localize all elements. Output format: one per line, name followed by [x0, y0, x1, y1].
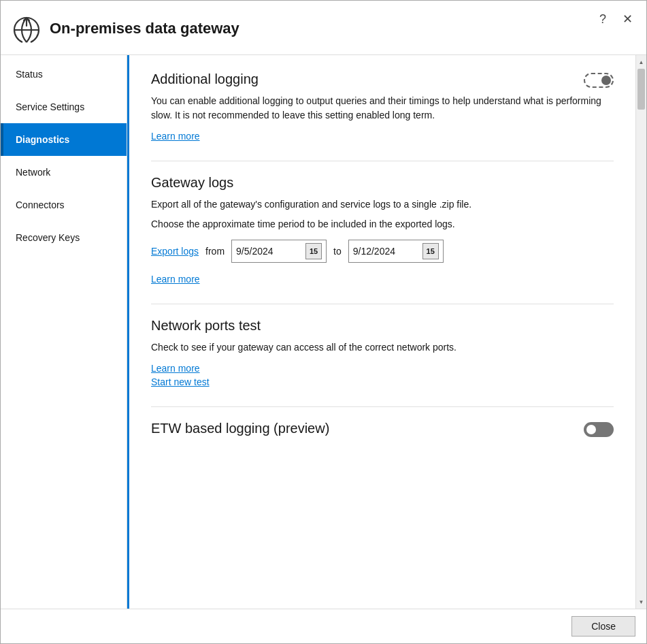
- network-ports-test-desc: Check to see if your gateway can access …: [151, 340, 614, 355]
- scroll-up-arrow[interactable]: ▲: [636, 57, 647, 67]
- from-label: from: [205, 246, 225, 257]
- export-logs-link[interactable]: Export logs: [151, 246, 199, 257]
- additional-logging-desc: You can enable additional logging to out…: [151, 94, 614, 123]
- title-left: On-premises data gateway: [12, 14, 239, 44]
- to-date-value: 9/12/2024: [353, 246, 420, 257]
- from-calendar-icon[interactable]: 15: [305, 243, 322, 259]
- start-new-test-link[interactable]: Start new test: [151, 376, 210, 387]
- sidebar-item-status[interactable]: Status: [1, 58, 127, 91]
- etw-logging-section: ETW based logging (preview): [151, 421, 614, 443]
- additional-logging-header: Additional logging: [151, 71, 614, 94]
- footer: Close: [1, 609, 646, 643]
- to-date-input[interactable]: 9/12/2024 15: [348, 240, 444, 263]
- sidebar-item-network[interactable]: Network: [1, 156, 127, 189]
- divider-3: [151, 406, 614, 407]
- etw-logging-title: ETW based logging (preview): [151, 421, 329, 436]
- etw-toggle-track: [584, 422, 614, 437]
- content-area: Additional logging You can enable additi…: [127, 55, 635, 609]
- scrollbar-thumb[interactable]: [637, 69, 645, 110]
- main-layout: Status Service Settings Diagnostics Netw…: [1, 55, 646, 609]
- toggle-thumb: [601, 76, 611, 85]
- gateway-logs-desc1: Export all of the gateway's configuratio…: [151, 197, 614, 212]
- from-date-input[interactable]: 9/5/2024 15: [231, 240, 327, 263]
- scroll-down-arrow[interactable]: ▼: [636, 596, 647, 607]
- toggle-track: [584, 73, 614, 88]
- gateway-logs-learn-more[interactable]: Learn more: [151, 274, 200, 285]
- from-date-value: 9/5/2024: [236, 246, 303, 257]
- additional-logging-title: Additional logging: [151, 71, 259, 87]
- divider-1: [151, 161, 614, 161]
- close-button[interactable]: Close: [571, 616, 635, 637]
- network-ports-learn-more[interactable]: Learn more: [151, 363, 200, 374]
- gateway-logs-title: Gateway logs: [151, 175, 614, 191]
- additional-logging-learn-more[interactable]: Learn more: [151, 131, 200, 142]
- scrollbar-track[interactable]: [636, 69, 646, 595]
- gateway-logs-section: Gateway logs Export all of the gateway's…: [151, 175, 614, 285]
- app-title: On-premises data gateway: [50, 20, 239, 37]
- additional-logging-section: Additional logging You can enable additi…: [151, 71, 614, 142]
- window-close-button[interactable]: ✕: [620, 12, 635, 27]
- sidebar-item-diagnostics[interactable]: Diagnostics: [1, 123, 127, 156]
- to-calendar-icon[interactable]: 15: [422, 243, 439, 259]
- to-label: to: [333, 246, 342, 257]
- content-wrapper: Additional logging You can enable additi…: [127, 55, 646, 609]
- sidebar-item-connectors[interactable]: Connectors: [1, 189, 127, 221]
- etw-logging-toggle[interactable]: [584, 422, 614, 437]
- export-logs-row: Export logs from 9/5/2024 15 to 9/12/202…: [151, 240, 614, 263]
- title-controls: ? ✕: [597, 9, 635, 27]
- gateway-icon: [12, 14, 42, 44]
- scrollbar[interactable]: ▲ ▼: [635, 55, 646, 609]
- sidebar-item-recovery-keys[interactable]: Recovery Keys: [1, 221, 127, 254]
- additional-logging-toggle[interactable]: [584, 73, 614, 88]
- title-bar: On-premises data gateway ? ✕: [1, 1, 646, 55]
- sidebar-item-service-settings[interactable]: Service Settings: [1, 91, 127, 123]
- network-ports-test-section: Network ports test Check to see if your …: [151, 318, 614, 387]
- network-ports-test-title: Network ports test: [151, 318, 614, 334]
- help-button[interactable]: ?: [597, 12, 609, 27]
- sidebar: Status Service Settings Diagnostics Netw…: [1, 55, 127, 609]
- gateway-logs-desc2: Choose the approximate time period to be…: [151, 217, 614, 231]
- etw-logging-header: ETW based logging (preview): [151, 421, 614, 443]
- etw-toggle-thumb: [586, 425, 596, 434]
- divider-2: [151, 304, 614, 304]
